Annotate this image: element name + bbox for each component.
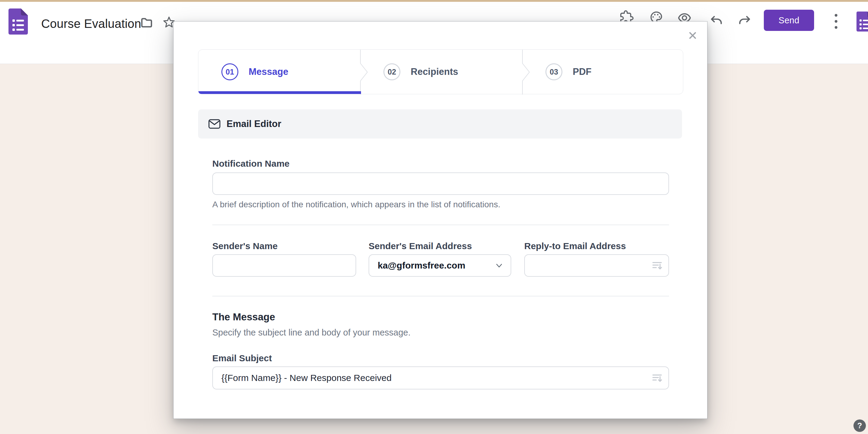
notification-name-input[interactable] [212, 172, 669, 195]
close-icon[interactable] [687, 30, 698, 41]
step-number-badge: 01 [221, 63, 238, 80]
step-separator-chevron [522, 50, 532, 94]
email-subject-field [212, 367, 669, 389]
email-subject-label: Email Subject [212, 353, 272, 364]
sender-email-label: Sender's Email Address [369, 241, 472, 251]
kebab-dot [835, 26, 837, 29]
screen: Course Evaluation [0, 0, 868, 434]
folder-icon[interactable] [141, 18, 153, 28]
insert-field-icon[interactable] [652, 260, 663, 271]
reply-to-input[interactable] [524, 254, 669, 277]
step-label: Recipients [411, 66, 458, 77]
wizard-steps: 01 Message 02 Recipients 03 PDF [198, 49, 683, 94]
step-tab-recipients[interactable]: 02 Recipients [361, 50, 522, 94]
google-forms-logo[interactable] [8, 8, 28, 34]
step-tab-pdf[interactable]: 03 PDF [522, 50, 684, 94]
sender-name-input[interactable] [212, 254, 356, 277]
section-title: Email Editor [226, 118, 281, 129]
email-editor-section-header: Email Editor [198, 109, 682, 139]
kebab-dot [835, 20, 837, 23]
step-number-badge: 03 [546, 63, 562, 80]
message-section-subtitle: Specify the subject line and body of you… [212, 328, 411, 338]
kebab-dot [835, 14, 837, 17]
envelope-icon [208, 119, 220, 129]
forms-avatar-icon[interactable] [857, 11, 868, 31]
step-separator-chevron [360, 50, 370, 94]
redo-icon[interactable] [738, 14, 752, 28]
email-notification-dialog: 01 Message 02 Recipients 03 PDF [173, 21, 708, 419]
divider [212, 225, 669, 225]
sender-email-value: ka@gformsfree.com [378, 260, 465, 271]
email-subject-input[interactable] [212, 367, 669, 389]
message-section-title: The Message [212, 311, 275, 323]
step-tab-message[interactable]: 01 Message [198, 50, 360, 94]
notification-name-label: Notification Name [212, 158, 289, 169]
undo-icon[interactable] [709, 14, 723, 28]
insert-field-icon[interactable] [652, 373, 663, 383]
kebab-menu[interactable] [830, 13, 842, 30]
reply-to-field [524, 254, 669, 277]
reply-to-label: Reply-to Email Address [524, 241, 626, 251]
divider [212, 296, 669, 296]
send-button[interactable]: Send [764, 10, 814, 31]
help-button[interactable]: ? [854, 419, 866, 432]
sender-name-label: Sender's Name [212, 241, 278, 251]
form-title[interactable]: Course Evaluation [41, 17, 141, 31]
sender-email-select[interactable]: ka@gformsfree.com [369, 254, 511, 277]
step-label: PDF [573, 66, 591, 77]
active-step-underline [198, 91, 361, 94]
step-number-badge: 02 [383, 63, 400, 80]
step-label: Message [249, 66, 288, 77]
chevron-down-icon [495, 263, 503, 269]
notification-name-helper: A brief description of the notification,… [212, 200, 500, 209]
